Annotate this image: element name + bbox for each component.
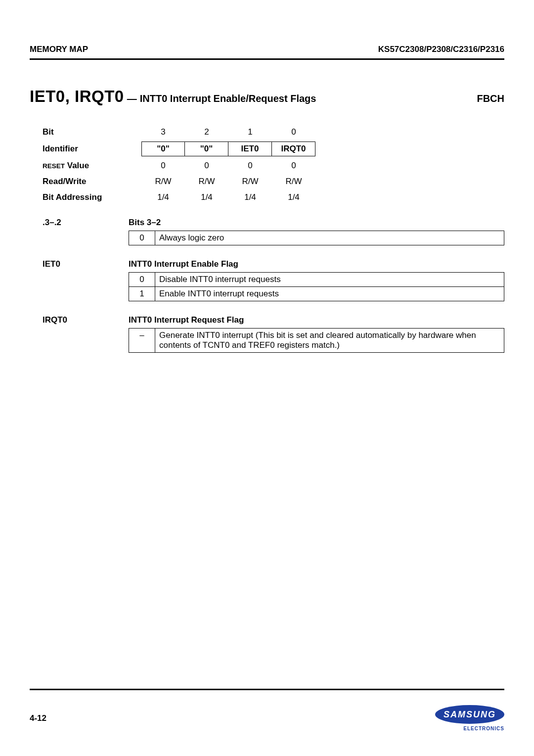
bits32-title: Bits 3–2 [129,218,504,228]
reset-cell: 0 [185,159,228,172]
identifier-cell: IET0 [228,142,272,156]
table-row: 0 Always logic zero [129,231,504,245]
reset-label: RESET Value [43,161,141,171]
table-row: 0 Disable INTT0 interrupt requests [129,273,504,287]
reset-cell: 0 [141,159,185,172]
rw-cell: R/W [185,175,228,188]
bit-num: 3 [141,126,185,139]
rw-label: Read/Write [43,177,141,187]
identifier-label: Identifier [43,144,141,154]
irqt0-table: – Generate INTT0 interrupt (This bit is … [129,328,504,353]
samsung-logo-icon: SAMSUNG [435,705,504,724]
desc-cell: Disable INTT0 interrupt requests [155,273,504,287]
register-description: INTT0 Interrupt Enable/Request Flags [140,93,316,104]
spec-block: Bit 3 2 1 0 Identifier "0" "0" IET0 IRQT… [43,126,504,204]
rw-cell: R/W [272,175,315,188]
identifier-cell: "0" [141,142,185,156]
header-right: KS57C2308/P2308/C2316/P2316 [378,45,504,54]
bit-num: 0 [272,126,315,139]
irqt0-label: IRQT0 [43,315,129,325]
iet0-label: IET0 [43,259,129,269]
irqt0-title: INTT0 Interrupt Request Flag [129,315,504,325]
reset-label-post: Value [65,161,89,170]
desc-cell: Enable INTT0 interrupt requests [155,287,504,301]
footer-rule [30,689,504,690]
bitaddr-cell: 1/4 [272,191,315,204]
header-left: MEMORY MAP [30,45,88,54]
logo-block: SAMSUNG ELECTRONICS [435,705,504,731]
val-cell: 0 [129,273,155,287]
footer: 4-12 SAMSUNG ELECTRONICS [30,689,504,731]
reset-cell: 0 [272,159,315,172]
identifier-cell: "0" [185,142,228,156]
electronics-label: ELECTRONICS [435,726,504,731]
bit-num: 2 [185,126,228,139]
bit-label: Bit [43,127,141,137]
title-dash: — [127,93,137,104]
table-row: 1 Enable INTT0 interrupt requests [129,287,504,301]
identifier-cell: IRQT0 [272,142,315,156]
bitaddr-cell: 1/4 [141,191,185,204]
reset-label-pre: RESET [43,162,65,170]
rw-cell: R/W [141,175,185,188]
reset-cell: 0 [228,159,272,172]
val-cell: – [129,329,155,353]
bits32-label: .3–.2 [43,218,129,228]
title-left: IET0, IRQT0 — INTT0 Interrupt Enable/Req… [30,87,316,106]
iet0-title: INTT0 Interrupt Enable Flag [129,259,504,269]
bit-num: 1 [228,126,272,139]
bitaddr-label: Bit Addressing [43,192,141,202]
register-name: IET0, IRQT0 [30,87,124,106]
register-address: FBCH [477,93,504,104]
rw-cell: R/W [228,175,272,188]
bitaddr-cell: 1/4 [185,191,228,204]
bits32-table: 0 Always logic zero [129,231,504,245]
val-cell: 1 [129,287,155,301]
val-cell: 0 [129,231,155,245]
desc-cell: Generate INTT0 interrupt (This bit is se… [155,329,504,353]
bitaddr-cell: 1/4 [228,191,272,204]
table-row: – Generate INTT0 interrupt (This bit is … [129,329,504,353]
iet0-table: 0 Disable INTT0 interrupt requests 1 Ena… [129,272,504,301]
page-number: 4-12 [30,713,46,723]
desc-cell: Always logic zero [155,231,504,245]
header-rule [30,58,504,60]
